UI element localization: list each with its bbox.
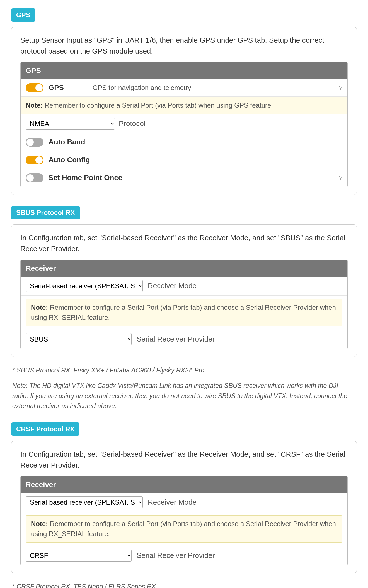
gps-panel: GPS GPS GPS for navigation and telemetry… xyxy=(20,62,348,187)
gps-home-point-toggle[interactable] xyxy=(26,173,43,182)
gps-auto-config-toggle[interactable] xyxy=(26,156,43,164)
sbus-description: In Configuration tab, set "Serial-based … xyxy=(20,233,348,254)
gps-card: Setup Sensor Input as "GPS" in UART 1/6,… xyxy=(11,27,357,195)
sbus-card: In Configuration tab, set "Serial-based … xyxy=(11,224,357,357)
gps-home-point-row: Set Home Point Once ? xyxy=(21,169,347,187)
gps-auto-config-row: Auto Config xyxy=(21,151,347,169)
sbus-panel: Receiver Serial-based receiver (SPEKSAT,… xyxy=(20,260,348,349)
sbus-note-row: Note: Remember to configure a Serial Por… xyxy=(21,299,347,330)
sbus-footnote2: Note: The HD digital VTX like Caddx Vist… xyxy=(12,381,356,411)
sbus-receiver-mode-label: Receiver Mode xyxy=(148,280,197,291)
sbus-receiver-mode-select[interactable]: Serial-based receiver (SPEKSAT, S xyxy=(26,280,143,292)
gps-protocol-label: Protocol xyxy=(119,118,145,129)
crsf-badge: CRSF Protocol RX xyxy=(11,422,79,436)
gps-row-label: GPS xyxy=(49,82,88,93)
gps-description: Setup Sensor Input as "GPS" in UART 1/6,… xyxy=(20,35,348,57)
gps-panel-body: GPS GPS for navigation and telemetry ? N… xyxy=(21,79,347,187)
sbus-note-box: Note: Remember to configure a Serial Por… xyxy=(26,299,342,326)
sbus-section: SBUS Protocol RX In Configuration tab, s… xyxy=(11,206,357,411)
crsf-card: In Configuration tab, set "Serial-based … xyxy=(11,441,357,573)
crsf-description: In Configuration tab, set "Serial-based … xyxy=(20,449,348,471)
gps-auto-config-label: Auto Config xyxy=(49,154,90,165)
gps-auto-baud-label: Auto Baud xyxy=(49,137,88,147)
sbus-note-text: Remember to configure a Serial Port (via… xyxy=(31,304,336,321)
gps-home-point-label: Set Home Point Once xyxy=(49,172,122,183)
sbus-panel-header: Receiver xyxy=(21,260,347,277)
gps-note-row: Note: Remember to configure a Serial Por… xyxy=(21,97,347,114)
crsf-note-row: Note: Remember to configure a Serial Por… xyxy=(21,515,347,546)
gps-help-icon: ? xyxy=(339,83,342,92)
crsf-provider-row: CRSF SBUS SPEKSAT IBUS SUMD SUMH Serial … xyxy=(21,546,347,565)
sbus-provider-label: Serial Receiver Provider xyxy=(137,334,215,345)
gps-note-text: Remember to configure a Serial Port (via… xyxy=(43,101,273,109)
gps-panel-header: GPS xyxy=(21,62,347,79)
sbus-provider-select[interactable]: SBUS CRSF SPEKSAT IBUS SUMD SUMH xyxy=(26,333,132,345)
gps-badge: GPS xyxy=(11,8,35,22)
gps-protocol-row: NMEA UBLOX MSP NAZA GPX Protocol xyxy=(21,114,347,133)
gps-note-prefix: Note: xyxy=(26,101,43,109)
gps-toggle[interactable] xyxy=(26,83,43,92)
crsf-provider-label: Serial Receiver Provider xyxy=(137,550,215,561)
gps-row-desc: GPS for navigation and telemetry xyxy=(93,83,334,93)
crsf-receiver-mode-row: Serial-based receiver (SPEKSAT, S Receiv… xyxy=(21,493,347,512)
crsf-note-box: Note: Remember to configure a Serial Por… xyxy=(26,515,342,543)
crsf-panel-header: Receiver xyxy=(21,476,347,493)
gps-toggle-row: GPS GPS for navigation and telemetry ? xyxy=(21,79,347,97)
sbus-footnote1: * SBUS Protocol RX: Frsky XM+ / Futaba A… xyxy=(12,365,356,376)
crsf-panel: Receiver Serial-based receiver (SPEKSAT,… xyxy=(20,476,348,565)
crsf-section: CRSF Protocol RX In Configuration tab, s… xyxy=(11,422,357,588)
gps-protocol-select[interactable]: NMEA UBLOX MSP NAZA GPX xyxy=(26,118,115,130)
crsf-panel-body: Serial-based receiver (SPEKSAT, S Receiv… xyxy=(21,493,347,565)
gps-note-box: Note: Remember to configure a Serial Por… xyxy=(21,97,347,114)
crsf-receiver-mode-label: Receiver Mode xyxy=(148,497,197,508)
sbus-receiver-mode-row: Serial-based receiver (SPEKSAT, S Receiv… xyxy=(21,277,347,296)
sbus-note-prefix: Note: xyxy=(31,304,48,311)
gps-section: GPS Setup Sensor Input as "GPS" in UART … xyxy=(11,8,357,195)
crsf-footnote1: * CRSF Protocol RX: TBS Nano / ELRS Seri… xyxy=(12,582,356,588)
gps-auto-baud-toggle[interactable] xyxy=(26,138,43,147)
gps-auto-baud-row: Auto Baud xyxy=(21,133,347,151)
gps-home-help-icon: ? xyxy=(339,173,342,182)
sbus-badge: SBUS Protocol RX xyxy=(11,206,80,219)
sbus-provider-row: SBUS CRSF SPEKSAT IBUS SUMD SUMH Serial … xyxy=(21,330,347,349)
crsf-note-prefix: Note: xyxy=(31,520,48,527)
crsf-receiver-mode-select[interactable]: Serial-based receiver (SPEKSAT, S xyxy=(26,496,143,508)
crsf-provider-select[interactable]: CRSF SBUS SPEKSAT IBUS SUMD SUMH xyxy=(26,550,132,562)
crsf-note-text: Remember to configure a Serial Port (via… xyxy=(31,520,336,538)
sbus-panel-body: Serial-based receiver (SPEKSAT, S Receiv… xyxy=(21,277,347,349)
